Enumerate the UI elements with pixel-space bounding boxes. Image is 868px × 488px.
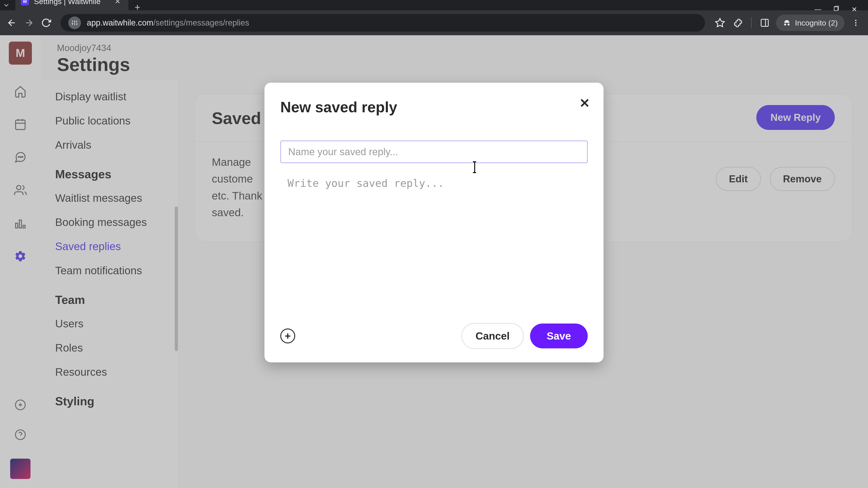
browser-toolbar: app.waitwhile.com/settings/messages/repl… [0, 10, 868, 35]
tab-strip: w Settings | Waitwhile ✕ + — ✕ [0, 0, 868, 10]
cancel-button[interactable]: Cancel [462, 323, 524, 349]
url-text: app.waitwhile.com/settings/messages/repl… [87, 18, 249, 28]
save-button[interactable]: Save [530, 324, 588, 348]
svg-point-16 [855, 20, 857, 21]
site-settings-icon[interactable] [68, 17, 81, 29]
reply-body-input[interactable] [280, 175, 588, 315]
browser-tab-active[interactable]: w Settings | Waitwhile ✕ [16, 0, 128, 10]
nav-back-button[interactable] [5, 17, 18, 29]
svg-rect-14 [761, 19, 768, 26]
incognito-indicator[interactable]: Incognito (2) [776, 15, 844, 31]
incognito-icon [783, 19, 791, 27]
incognito-label: Incognito (2) [795, 19, 838, 27]
sidepanel-icon[interactable] [758, 16, 772, 30]
toolbar-divider [751, 18, 752, 28]
tab-close-icon[interactable]: ✕ [115, 0, 121, 6]
url-bar[interactable]: app.waitwhile.com/settings/messages/repl… [61, 14, 705, 32]
modal-footer: + Cancel Save [280, 323, 588, 349]
modal-close-icon[interactable]: ✕ [579, 96, 590, 110]
bookmark-star-icon[interactable] [713, 16, 727, 30]
svg-marker-13 [716, 19, 724, 27]
tab-title: Settings | Waitwhile [34, 0, 101, 6]
window-minimize-icon[interactable]: — [814, 5, 821, 13]
svg-point-18 [855, 25, 857, 26]
browser-chrome: w Settings | Waitwhile ✕ + — ✕ ap [0, 0, 868, 35]
window-close-icon[interactable]: ✕ [851, 5, 857, 13]
window-maximize-icon[interactable] [833, 5, 839, 13]
nav-forward-button[interactable] [23, 17, 35, 29]
svg-rect-1 [834, 7, 838, 11]
tab-search-dropdown[interactable] [0, 0, 13, 10]
nav-reload-button[interactable] [40, 17, 53, 29]
extensions-icon[interactable] [731, 16, 745, 30]
new-saved-reply-modal: New saved reply ✕ + Cancel Save [265, 83, 603, 362]
tab-favicon: w [21, 0, 29, 5]
new-tab-button[interactable]: + [135, 0, 141, 13]
svg-point-17 [855, 22, 857, 24]
add-variable-icon[interactable]: + [280, 328, 295, 344]
window-controls: — ✕ [814, 0, 868, 13]
browser-menu-icon[interactable] [849, 16, 863, 30]
modal-title: New saved reply [280, 98, 588, 116]
reply-name-input[interactable] [280, 140, 588, 163]
app-viewport: M Moodjoy7434 Set [0, 35, 868, 488]
